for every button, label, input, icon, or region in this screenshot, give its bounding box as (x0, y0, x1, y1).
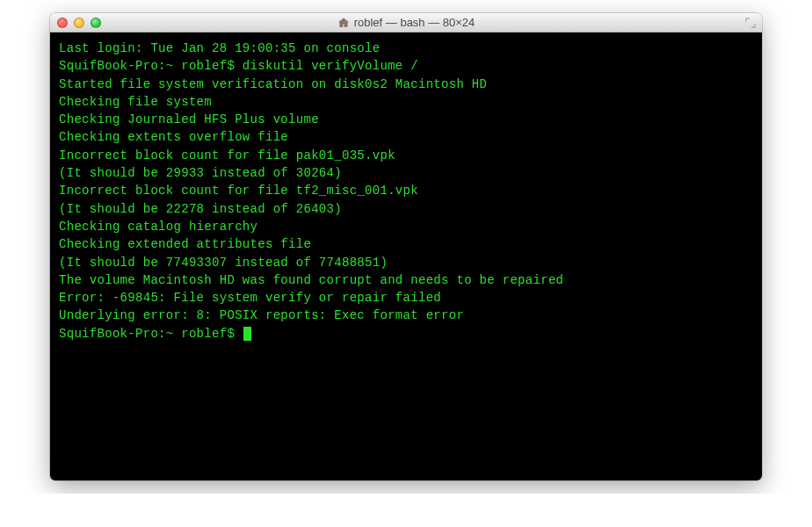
window-title: roblef — bash — 80×24 (50, 16, 762, 29)
terminal-line: Last login: Tue Jan 28 19:00:35 on conso… (59, 40, 753, 57)
terminal-line: Checking extended attributes file (59, 235, 753, 253)
terminal-line: Started file system verification on disk… (59, 76, 753, 93)
terminal-prompt: SquifBook-Pro:~ roblef$ (59, 327, 243, 341)
cursor (243, 327, 251, 341)
terminal-line: Incorrect block count for file tf2_misc_… (59, 182, 753, 199)
close-button[interactable] (57, 18, 68, 28)
terminal-line: The volume Macintosh HD was found corrup… (59, 271, 753, 289)
terminal-window: roblef — bash — 80×24 Last login: Tue Ja… (50, 13, 762, 480)
terminal-line: Error: -69845: File system verify or rep… (59, 289, 753, 307)
minimize-button[interactable] (74, 18, 84, 28)
terminal-line: SquifBook-Pro:~ roblef$ diskutil verifyV… (59, 57, 753, 75)
expand-icon[interactable] (744, 17, 757, 29)
titlebar[interactable]: roblef — bash — 80×24 (50, 13, 762, 32)
terminal-line: (It should be 22278 instead of 26403) (59, 200, 753, 218)
home-icon (337, 17, 350, 29)
terminal-line: Underlying error: 8: POSIX reports: Exec… (59, 307, 753, 324)
terminal-body[interactable]: Last login: Tue Jan 28 19:00:35 on conso… (50, 32, 762, 480)
window-title-text: roblef — bash — 80×24 (354, 16, 475, 29)
zoom-button[interactable] (91, 18, 101, 28)
terminal-line: (It should be 77493307 instead of 774888… (59, 254, 753, 271)
terminal-line: Checking file system (59, 93, 753, 111)
terminal-line: Checking catalog hierarchy (59, 218, 753, 235)
terminal-line: Incorrect block count for file pak01_035… (59, 147, 753, 164)
terminal-line: (It should be 29933 instead of 30264) (59, 164, 753, 182)
terminal-line: Checking Journaled HFS Plus volume (59, 111, 753, 128)
traffic-lights (57, 18, 101, 28)
terminal-prompt-line: SquifBook-Pro:~ roblef$ (59, 325, 753, 343)
terminal-line: Checking extents overflow file (59, 128, 753, 146)
